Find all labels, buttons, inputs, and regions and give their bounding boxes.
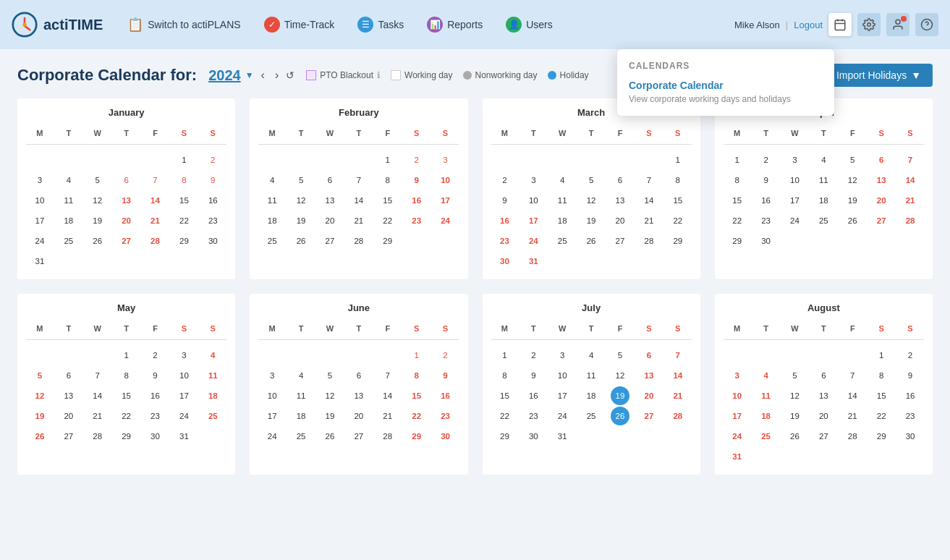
cal-day[interactable]: 19	[582, 211, 601, 230]
cal-day[interactable]: 9	[203, 171, 222, 190]
cal-day[interactable]: 14	[669, 366, 687, 385]
cal-day[interactable]: 17	[30, 211, 49, 230]
cal-day[interactable]: 13	[872, 171, 891, 190]
cal-day[interactable]: 4	[553, 171, 572, 190]
cal-day[interactable]: 16	[203, 191, 222, 210]
cal-day[interactable]: 11	[292, 386, 310, 405]
cal-day[interactable]: 4	[814, 150, 833, 169]
cal-day[interactable]: 10	[174, 366, 193, 385]
cal-day[interactable]: 17	[553, 386, 572, 405]
cal-day[interactable]: 10	[30, 191, 49, 210]
cal-day[interactable]: 10	[553, 366, 572, 385]
cal-day[interactable]	[88, 346, 107, 365]
cal-day[interactable]: 20	[321, 211, 339, 230]
cal-day[interactable]: 2	[146, 346, 165, 365]
cal-day[interactable]: 9	[407, 171, 426, 190]
cal-day[interactable]	[553, 150, 572, 169]
cal-day[interactable]: 9	[495, 191, 514, 210]
cal-day[interactable]: 31	[174, 427, 193, 446]
cal-day[interactable]: 20	[872, 191, 891, 210]
cal-day[interactable]: 30	[436, 427, 455, 446]
next-year-button[interactable]: ›	[272, 67, 281, 83]
cal-day[interactable]: 15	[117, 386, 136, 405]
cal-day[interactable]: 27	[321, 232, 339, 250]
cal-day[interactable]: 2	[203, 150, 222, 169]
cal-day[interactable]: 1	[728, 150, 747, 169]
info-icon[interactable]: ℹ	[377, 70, 381, 80]
cal-day[interactable]: 1	[407, 346, 426, 365]
cal-day[interactable]: 31	[30, 252, 49, 271]
cal-day[interactable]	[321, 150, 339, 169]
cal-day[interactable]	[814, 346, 833, 365]
cal-day[interactable]	[378, 346, 397, 365]
cal-day[interactable]: 5	[582, 171, 601, 190]
cal-day[interactable]: 22	[174, 211, 193, 230]
cal-day[interactable]: 14	[640, 191, 658, 210]
cal-day[interactable]: 22	[495, 407, 514, 425]
cal-day[interactable]: 3	[728, 366, 747, 385]
cal-day[interactable]: 21	[378, 407, 397, 425]
notifications-icon-btn[interactable]	[886, 13, 909, 36]
help-icon-btn[interactable]	[915, 13, 938, 36]
cal-day[interactable]: 28	[640, 232, 658, 250]
cal-day[interactable]: 17	[728, 407, 747, 425]
cal-day[interactable]: 7	[901, 150, 920, 169]
cal-day[interactable]: 22	[407, 407, 426, 425]
cal-day[interactable]: 25	[292, 427, 310, 446]
corporate-calendar-link[interactable]: Corporate Calendar	[629, 80, 823, 91]
cal-day[interactable]: 26	[321, 427, 339, 446]
cal-day[interactable]: 13	[321, 191, 339, 210]
cal-day[interactable]: 11	[582, 366, 601, 385]
cal-day[interactable]: 8	[407, 366, 426, 385]
cal-day[interactable]: 26	[843, 211, 862, 230]
cal-day[interactable]	[728, 346, 747, 365]
cal-day[interactable]: 25	[553, 232, 572, 250]
cal-day[interactable]: 7	[669, 346, 687, 365]
cal-day[interactable]: 17	[785, 191, 804, 210]
cal-day[interactable]: 8	[669, 171, 687, 190]
cal-day[interactable]	[117, 150, 136, 169]
cal-day[interactable]: 21	[843, 407, 862, 425]
cal-day[interactable]	[524, 150, 543, 169]
cal-day[interactable]: 1	[495, 346, 514, 365]
cal-day[interactable]: 29	[872, 427, 891, 446]
cal-day[interactable]: 21	[88, 407, 107, 425]
cal-day[interactable]: 4	[757, 366, 776, 385]
cal-day[interactable]: 20	[59, 407, 78, 425]
cal-day[interactable]: 2	[495, 171, 514, 190]
cal-day[interactable]: 6	[59, 366, 78, 385]
cal-day[interactable]: 19	[30, 407, 49, 425]
cal-day[interactable]: 5	[785, 366, 804, 385]
cal-day[interactable]: 12	[292, 191, 310, 210]
cal-day[interactable]: 22	[728, 211, 747, 230]
cal-day[interactable]: 12	[88, 191, 107, 210]
cal-day[interactable]: 5	[321, 366, 339, 385]
cal-day[interactable]: 18	[292, 407, 310, 425]
cal-day[interactable]: 19	[785, 407, 804, 425]
cal-day[interactable]	[349, 346, 368, 365]
cal-day[interactable]	[611, 150, 629, 169]
cal-day[interactable]: 23	[146, 407, 165, 425]
cal-day[interactable]: 18	[263, 211, 281, 230]
cal-day[interactable]: 8	[872, 366, 891, 385]
cal-day[interactable]: 17	[524, 211, 543, 230]
cal-day[interactable]: 24	[524, 232, 543, 250]
cal-day[interactable]: 9	[757, 171, 776, 190]
cal-day[interactable]: 22	[117, 407, 136, 425]
cal-day[interactable]: 29	[378, 232, 397, 250]
cal-day[interactable]	[263, 150, 281, 169]
cal-day[interactable]: 1	[117, 346, 136, 365]
cal-day[interactable]	[59, 346, 78, 365]
cal-day[interactable]: 29	[117, 427, 136, 446]
year-display[interactable]: 2024	[208, 67, 241, 84]
cal-day[interactable]: 20	[611, 211, 629, 230]
cal-day[interactable]: 15	[407, 386, 426, 405]
cal-day[interactable]: 5	[30, 366, 49, 385]
cal-day[interactable]: 30	[524, 427, 543, 446]
cal-day[interactable]: 11	[757, 386, 776, 405]
cal-day[interactable]: 16	[495, 211, 514, 230]
cal-day[interactable]: 26	[611, 407, 629, 425]
cal-day[interactable]: 8	[117, 366, 136, 385]
cal-day[interactable]: 26	[582, 232, 601, 250]
cal-day[interactable]: 15	[728, 191, 747, 210]
